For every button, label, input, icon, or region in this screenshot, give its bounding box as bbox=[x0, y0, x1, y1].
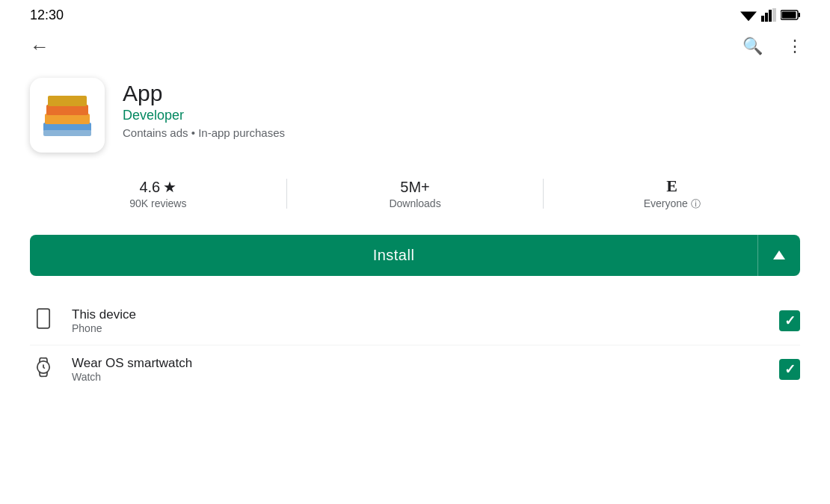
more-button[interactable]: ⋮ bbox=[784, 34, 806, 59]
svg-rect-7 bbox=[782, 12, 796, 19]
status-time: 12:30 bbox=[30, 7, 64, 23]
app-icon-wrapper bbox=[30, 78, 105, 153]
install-expand-button[interactable] bbox=[757, 235, 800, 276]
stat-age-rating: E Everyone ⓘ bbox=[544, 170, 800, 217]
stat-downloads: 5M+ Downloads bbox=[287, 173, 544, 215]
svg-rect-10 bbox=[46, 105, 88, 115]
back-button[interactable]: ← bbox=[24, 32, 55, 61]
checkmark-watch: ✓ bbox=[784, 361, 796, 378]
nav-left: ← bbox=[24, 32, 55, 61]
app-info: App Developer Contains ads • In-app purc… bbox=[123, 78, 285, 139]
stat-rating-value: 4.6 ★ bbox=[139, 178, 176, 196]
app-name: App bbox=[123, 81, 285, 106]
stats-row: 4.6 ★ 90K reviews 5M+ Downloads E Everyo… bbox=[0, 170, 830, 217]
stat-downloads-value: 5M+ bbox=[400, 179, 429, 196]
app-developer[interactable]: Developer bbox=[123, 108, 285, 123]
stat-downloads-label: Downloads bbox=[389, 197, 440, 209]
star-icon: ★ bbox=[163, 178, 176, 196]
svg-rect-3 bbox=[769, 10, 772, 22]
svg-rect-2 bbox=[765, 13, 768, 22]
svg-rect-12 bbox=[43, 130, 91, 136]
device-type-phone: Phone bbox=[72, 322, 764, 334]
svg-marker-0 bbox=[740, 11, 757, 21]
rating-number: 4.6 bbox=[139, 179, 160, 196]
install-section: Install bbox=[0, 235, 830, 276]
battery-icon bbox=[781, 10, 800, 20]
search-button[interactable]: 🔍 bbox=[740, 34, 766, 59]
checkmark-phone: ✓ bbox=[784, 313, 796, 329]
rating-e-letter: E bbox=[666, 176, 677, 196]
device-name-watch: Wear OS smartwatch bbox=[72, 356, 764, 371]
watch-device-icon bbox=[30, 357, 57, 383]
app-icon bbox=[37, 85, 97, 145]
phone-screen: 12:30 ← 🔍 ⋮ bbox=[0, 0, 830, 504]
stat-age-rating-value: E bbox=[666, 176, 677, 196]
wifi-icon bbox=[740, 8, 757, 22]
svg-rect-9 bbox=[45, 114, 90, 124]
info-icon[interactable]: ⓘ bbox=[691, 198, 701, 209]
svg-rect-11 bbox=[48, 96, 87, 106]
device-type-watch: Watch bbox=[72, 371, 764, 383]
phone-device-icon bbox=[30, 308, 57, 334]
svg-rect-6 bbox=[799, 13, 801, 17]
app-meta: Contains ads • In-app purchases bbox=[123, 126, 285, 139]
stat-age-rating-label: Everyone ⓘ bbox=[644, 197, 701, 211]
nav-bar: ← 🔍 ⋮ bbox=[0, 27, 830, 66]
install-btn-wrapper: Install bbox=[30, 235, 800, 276]
device-name-phone: This device bbox=[72, 307, 764, 322]
status-icons bbox=[740, 8, 800, 22]
svg-rect-13 bbox=[37, 309, 49, 328]
svg-rect-4 bbox=[772, 8, 776, 22]
expand-arrow-icon bbox=[773, 251, 785, 259]
checkbox-phone[interactable]: ✓ bbox=[779, 310, 800, 331]
app-header: App Developer Contains ads • In-app purc… bbox=[0, 66, 830, 170]
checkbox-watch[interactable]: ✓ bbox=[779, 359, 800, 380]
nav-right: 🔍 ⋮ bbox=[740, 34, 806, 59]
device-text-phone: This device Phone bbox=[72, 307, 764, 334]
stat-rating: 4.6 ★ 90K reviews bbox=[30, 172, 286, 215]
device-list: This device Phone ✓ Wear OS smartwatch W… bbox=[0, 297, 830, 393]
signal-icon bbox=[761, 8, 776, 22]
svg-rect-1 bbox=[761, 16, 764, 22]
device-text-watch: Wear OS smartwatch Watch bbox=[72, 356, 764, 383]
status-bar: 12:30 bbox=[0, 0, 830, 27]
device-item-phone: This device Phone ✓ bbox=[30, 297, 800, 345]
install-button[interactable]: Install bbox=[30, 235, 757, 276]
stat-rating-label: 90K reviews bbox=[129, 197, 186, 209]
device-item-watch: Wear OS smartwatch Watch ✓ bbox=[30, 345, 800, 393]
